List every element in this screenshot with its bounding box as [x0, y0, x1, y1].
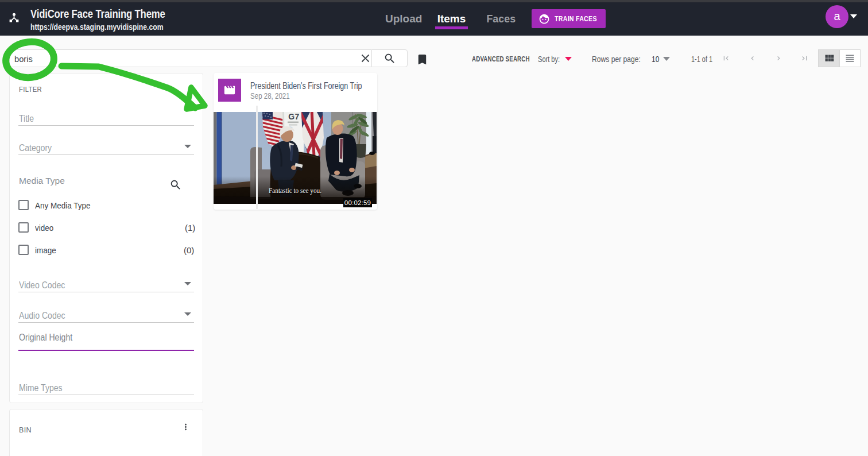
svg-text:G7: G7 — [288, 112, 300, 121]
svg-text:Fantastic to see you.: Fantastic to see you. — [269, 186, 321, 195]
